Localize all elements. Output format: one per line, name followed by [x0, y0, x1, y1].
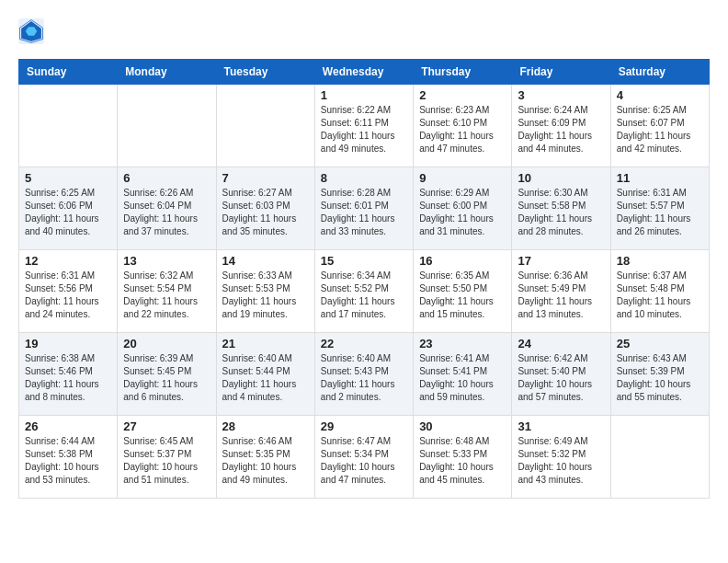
day-number: 21 [222, 337, 309, 350]
day-info: Sunrise: 6:22 AM Sunset: 6:11 PM Dayligh… [321, 104, 407, 155]
day-info: Sunrise: 6:34 AM Sunset: 5:52 PM Dayligh… [321, 270, 407, 321]
calendar-cell: 21Sunrise: 6:40 AM Sunset: 5:44 PM Dayli… [216, 333, 314, 416]
calendar-cell [118, 85, 216, 167]
day-number: 31 [518, 419, 604, 433]
day-number: 13 [123, 254, 210, 268]
day-number: 3 [518, 88, 604, 102]
day-number: 22 [321, 337, 407, 350]
calendar-table: SundayMondayTuesdayWednesdayThursdayFrid… [18, 59, 710, 499]
day-info: Sunrise: 6:40 AM Sunset: 5:44 PM Dayligh… [222, 352, 309, 404]
day-info: Sunrise: 6:36 AM Sunset: 5:49 PM Dayligh… [518, 270, 604, 321]
day-number: 5 [25, 171, 111, 185]
calendar-cell: 19Sunrise: 6:38 AM Sunset: 5:46 PM Dayli… [19, 333, 118, 416]
day-number: 18 [617, 254, 703, 268]
weekday-header: Sunday [19, 60, 118, 85]
day-number: 20 [123, 337, 210, 350]
day-info: Sunrise: 6:25 AM Sunset: 6:06 PM Dayligh… [25, 187, 111, 238]
day-number: 12 [25, 254, 111, 268]
logo-icon [18, 18, 44, 44]
day-number: 1 [321, 88, 407, 102]
day-info: Sunrise: 6:27 AM Sunset: 6:03 PM Dayligh… [222, 187, 309, 238]
day-info: Sunrise: 6:38 AM Sunset: 5:46 PM Dayligh… [25, 352, 111, 404]
calendar-cell: 27Sunrise: 6:45 AM Sunset: 5:37 PM Dayli… [118, 416, 216, 499]
calendar-cell: 4Sunrise: 6:25 AM Sunset: 6:07 PM Daylig… [610, 85, 709, 167]
calendar-cell: 18Sunrise: 6:37 AM Sunset: 5:48 PM Dayli… [610, 250, 709, 333]
calendar-cell: 5Sunrise: 6:25 AM Sunset: 6:06 PM Daylig… [19, 167, 118, 250]
weekday-header: Thursday [414, 60, 512, 85]
day-info: Sunrise: 6:35 AM Sunset: 5:50 PM Dayligh… [419, 270, 506, 321]
day-number: 11 [617, 171, 703, 185]
weekday-header: Wednesday [314, 60, 413, 85]
page-header [18, 18, 710, 44]
calendar-cell: 14Sunrise: 6:33 AM Sunset: 5:53 PM Dayli… [216, 250, 314, 333]
day-number: 10 [518, 171, 604, 185]
day-number: 27 [123, 419, 210, 433]
day-info: Sunrise: 6:31 AM Sunset: 5:57 PM Dayligh… [617, 187, 703, 238]
day-info: Sunrise: 6:32 AM Sunset: 5:54 PM Dayligh… [123, 270, 210, 321]
calendar-cell: 8Sunrise: 6:28 AM Sunset: 6:01 PM Daylig… [314, 167, 413, 250]
calendar-cell: 2Sunrise: 6:23 AM Sunset: 6:10 PM Daylig… [414, 85, 512, 167]
calendar-cell: 9Sunrise: 6:29 AM Sunset: 6:00 PM Daylig… [414, 167, 512, 250]
day-number: 2 [419, 88, 506, 102]
calendar-cell: 29Sunrise: 6:47 AM Sunset: 5:34 PM Dayli… [314, 416, 413, 499]
calendar-week-row: 19Sunrise: 6:38 AM Sunset: 5:46 PM Dayli… [19, 333, 710, 416]
calendar-cell: 17Sunrise: 6:36 AM Sunset: 5:49 PM Dayli… [512, 250, 610, 333]
day-info: Sunrise: 6:47 AM Sunset: 5:34 PM Dayligh… [321, 435, 407, 487]
day-info: Sunrise: 6:39 AM Sunset: 5:45 PM Dayligh… [123, 352, 210, 404]
weekday-header: Tuesday [216, 60, 314, 85]
calendar-cell: 3Sunrise: 6:24 AM Sunset: 6:09 PM Daylig… [512, 85, 610, 167]
calendar-cell: 11Sunrise: 6:31 AM Sunset: 5:57 PM Dayli… [610, 167, 709, 250]
calendar-cell: 13Sunrise: 6:32 AM Sunset: 5:54 PM Dayli… [118, 250, 216, 333]
day-info: Sunrise: 6:24 AM Sunset: 6:09 PM Dayligh… [518, 104, 604, 155]
day-info: Sunrise: 6:44 AM Sunset: 5:38 PM Dayligh… [25, 435, 111, 487]
calendar-week-row: 5Sunrise: 6:25 AM Sunset: 6:06 PM Daylig… [19, 167, 710, 250]
day-info: Sunrise: 6:31 AM Sunset: 5:56 PM Dayligh… [25, 270, 111, 321]
day-info: Sunrise: 6:40 AM Sunset: 5:43 PM Dayligh… [321, 352, 407, 404]
day-info: Sunrise: 6:29 AM Sunset: 6:00 PM Dayligh… [419, 187, 506, 238]
calendar-cell: 1Sunrise: 6:22 AM Sunset: 6:11 PM Daylig… [314, 85, 413, 167]
calendar-cell: 12Sunrise: 6:31 AM Sunset: 5:56 PM Dayli… [19, 250, 118, 333]
calendar-header-row: SundayMondayTuesdayWednesdayThursdayFrid… [19, 60, 710, 85]
day-number: 16 [419, 254, 506, 268]
day-number: 30 [419, 419, 506, 433]
calendar-cell [216, 85, 314, 167]
day-info: Sunrise: 6:49 AM Sunset: 5:32 PM Dayligh… [518, 435, 604, 487]
day-number: 23 [419, 337, 506, 350]
day-number: 19 [25, 337, 111, 350]
day-info: Sunrise: 6:48 AM Sunset: 5:33 PM Dayligh… [419, 435, 506, 487]
calendar-cell: 24Sunrise: 6:42 AM Sunset: 5:40 PM Dayli… [512, 333, 610, 416]
day-number: 17 [518, 254, 604, 268]
calendar-cell: 31Sunrise: 6:49 AM Sunset: 5:32 PM Dayli… [512, 416, 610, 499]
calendar-week-row: 26Sunrise: 6:44 AM Sunset: 5:38 PM Dayli… [19, 416, 710, 499]
day-info: Sunrise: 6:30 AM Sunset: 5:58 PM Dayligh… [518, 187, 604, 238]
weekday-header: Saturday [610, 60, 709, 85]
day-info: Sunrise: 6:33 AM Sunset: 5:53 PM Dayligh… [222, 270, 309, 321]
calendar-cell: 22Sunrise: 6:40 AM Sunset: 5:43 PM Dayli… [314, 333, 413, 416]
day-info: Sunrise: 6:37 AM Sunset: 5:48 PM Dayligh… [617, 270, 703, 321]
day-number: 6 [123, 171, 210, 185]
day-info: Sunrise: 6:25 AM Sunset: 6:07 PM Dayligh… [617, 104, 703, 155]
day-number: 29 [321, 419, 407, 433]
calendar-cell: 23Sunrise: 6:41 AM Sunset: 5:41 PM Dayli… [414, 333, 512, 416]
calendar-cell: 30Sunrise: 6:48 AM Sunset: 5:33 PM Dayli… [414, 416, 512, 499]
day-number: 26 [25, 419, 111, 433]
day-info: Sunrise: 6:46 AM Sunset: 5:35 PM Dayligh… [222, 435, 309, 487]
calendar-cell [19, 85, 118, 167]
day-number: 8 [321, 171, 407, 185]
day-info: Sunrise: 6:42 AM Sunset: 5:40 PM Dayligh… [518, 352, 604, 404]
day-info: Sunrise: 6:45 AM Sunset: 5:37 PM Dayligh… [123, 435, 210, 487]
day-number: 4 [617, 88, 703, 102]
day-number: 15 [321, 254, 407, 268]
calendar-cell: 6Sunrise: 6:26 AM Sunset: 6:04 PM Daylig… [118, 167, 216, 250]
calendar-cell [610, 416, 709, 499]
calendar-week-row: 1Sunrise: 6:22 AM Sunset: 6:11 PM Daylig… [19, 85, 710, 167]
day-number: 9 [419, 171, 506, 185]
calendar-cell: 20Sunrise: 6:39 AM Sunset: 5:45 PM Dayli… [118, 333, 216, 416]
day-info: Sunrise: 6:43 AM Sunset: 5:39 PM Dayligh… [617, 352, 703, 404]
day-number: 25 [617, 337, 703, 350]
day-number: 28 [222, 419, 309, 433]
day-info: Sunrise: 6:26 AM Sunset: 6:04 PM Dayligh… [123, 187, 210, 238]
calendar-cell: 16Sunrise: 6:35 AM Sunset: 5:50 PM Dayli… [414, 250, 512, 333]
weekday-header: Friday [512, 60, 610, 85]
day-info: Sunrise: 6:28 AM Sunset: 6:01 PM Dayligh… [321, 187, 407, 238]
